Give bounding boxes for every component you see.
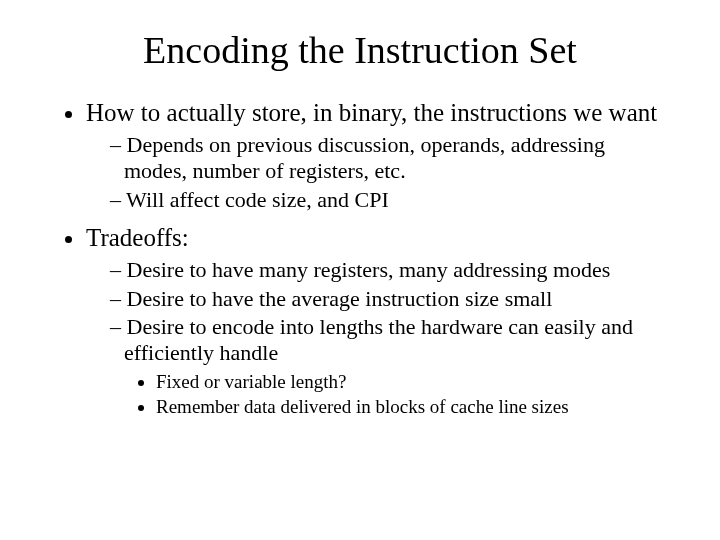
bullet-1-text: How to actually store, in binary, the in… bbox=[86, 99, 657, 126]
bullet-2-sub-3a: Fixed or variable length? bbox=[156, 371, 662, 394]
bullet-2-sub-3-text: Desire to encode into lengths the hardwa… bbox=[124, 314, 633, 365]
bullet-2-text: Tradeoffs: bbox=[86, 224, 189, 251]
bullet-2: Tradeoffs: Desire to have many registers… bbox=[86, 223, 662, 418]
bullet-1: How to actually store, in binary, the in… bbox=[86, 98, 662, 213]
slide: Encoding the Instruction Set How to actu… bbox=[0, 0, 720, 540]
slide-title: Encoding the Instruction Set bbox=[58, 28, 662, 72]
bullet-2-sub-1: Desire to have many registers, many addr… bbox=[110, 257, 662, 283]
bullet-list: How to actually store, in binary, the in… bbox=[58, 98, 662, 418]
bullet-1-sub-1: Depends on previous discussion, operands… bbox=[110, 132, 662, 185]
bullet-2-sublist: Desire to have many registers, many addr… bbox=[86, 257, 662, 418]
bullet-1-sublist: Depends on previous discussion, operands… bbox=[86, 132, 662, 213]
bullet-1-sub-2: Will affect code size, and CPI bbox=[110, 187, 662, 213]
bullet-2-sub-3b: Remember data delivered in blocks of cac… bbox=[156, 396, 662, 419]
bullet-2-sub-3-sublist: Fixed or variable length? Remember data … bbox=[124, 371, 662, 419]
bullet-2-sub-2: Desire to have the average instruction s… bbox=[110, 286, 662, 312]
bullet-2-sub-3: Desire to encode into lengths the hardwa… bbox=[110, 314, 662, 418]
